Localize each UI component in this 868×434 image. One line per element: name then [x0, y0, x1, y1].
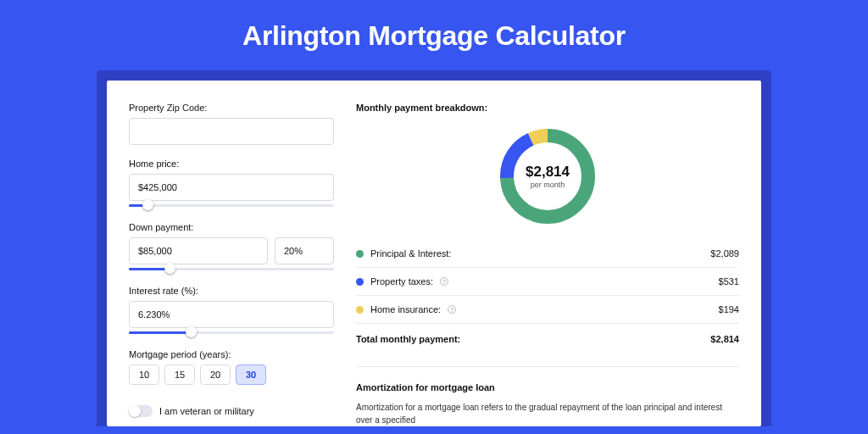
toggle-knob — [129, 405, 141, 417]
down-pct-input[interactable] — [275, 237, 334, 264]
legend-dot — [356, 278, 364, 286]
zip-field: Property Zip Code: — [129, 103, 334, 145]
legend-dot — [356, 306, 364, 314]
breakdown-item-label: Principal & Interest: — [370, 248, 451, 259]
breakdown-item-label: Property taxes: — [370, 276, 433, 287]
legend-dot — [356, 250, 364, 258]
total-line: Total monthly payment: $2,814 — [356, 323, 739, 354]
down-payment-field: Down payment: — [129, 222, 334, 272]
info-icon[interactable]: ? — [448, 305, 456, 314]
down-amount-input[interactable] — [129, 237, 268, 264]
period-button-30[interactable]: 30 — [236, 364, 266, 385]
rate-field: Interest rate (%): — [129, 286, 334, 336]
period-button-20[interactable]: 20 — [200, 364, 231, 385]
page-title: Arlington Mortgage Calculator — [0, 20, 868, 52]
veteran-row: I am veteran or military — [129, 405, 334, 417]
period-label: Mortgage period (years): — [129, 349, 334, 359]
home-price-field: Home price: — [129, 159, 334, 209]
period-button-15[interactable]: 15 — [164, 364, 195, 385]
home-price-label: Home price: — [129, 159, 334, 169]
down-payment-slider-thumb[interactable] — [164, 263, 175, 274]
total-label: Total monthly payment: — [356, 334, 460, 344]
zip-label: Property Zip Code: — [129, 103, 334, 113]
breakdown-lines: Principal & Interest:$2,089Property taxe… — [356, 240, 739, 323]
breakdown-line-0: Principal & Interest:$2,089 — [356, 240, 739, 267]
total-value: $2,814 — [710, 334, 739, 344]
home-price-slider[interactable] — [129, 203, 334, 209]
breakdown-line-2: Home insurance:?$194 — [356, 295, 739, 323]
breakdown-column: Monthly payment breakdown: $2,814 per mo… — [356, 103, 739, 426]
period-field: Mortgage period (years): 10152030 — [129, 349, 334, 385]
period-button-10[interactable]: 10 — [129, 364, 159, 385]
veteran-toggle[interactable] — [129, 405, 153, 417]
home-price-slider-thumb[interactable] — [142, 199, 153, 210]
amortization-title: Amortization for mortgage loan — [356, 366, 739, 392]
rate-slider[interactable] — [129, 331, 334, 336]
down-payment-label: Down payment: — [129, 222, 334, 232]
donut-chart: $2,814 per month — [496, 125, 599, 228]
zip-input[interactable] — [129, 118, 334, 145]
period-buttons: 10152030 — [129, 364, 334, 385]
amortization-text: Amortization for a mortgage loan refers … — [356, 401, 739, 426]
rate-label: Interest rate (%): — [129, 286, 334, 296]
rate-slider-thumb[interactable] — [186, 326, 197, 337]
donut-chart-wrap: $2,814 per month — [356, 125, 739, 228]
breakdown-title: Monthly payment breakdown: — [356, 103, 739, 113]
calculator-card: Property Zip Code: Home price: Down paym… — [107, 81, 761, 426]
donut-center-amount: $2,814 — [526, 164, 570, 181]
veteran-label: I am veteran or military — [159, 406, 254, 416]
breakdown-item-value: $2,089 — [710, 248, 739, 259]
breakdown-item-value: $194 — [719, 304, 739, 314]
info-icon[interactable]: ? — [440, 277, 448, 286]
home-price-input[interactable] — [129, 174, 334, 201]
down-payment-slider[interactable] — [129, 267, 334, 272]
inputs-column: Property Zip Code: Home price: Down paym… — [129, 103, 334, 426]
breakdown-line-1: Property taxes:?$531 — [356, 267, 739, 295]
donut-center-sub: per month — [531, 181, 565, 189]
card-backdrop: Property Zip Code: Home price: Down paym… — [97, 70, 771, 426]
breakdown-item-value: $531 — [719, 276, 739, 287]
breakdown-item-label: Home insurance: — [370, 304, 441, 314]
rate-input[interactable] — [129, 301, 334, 328]
